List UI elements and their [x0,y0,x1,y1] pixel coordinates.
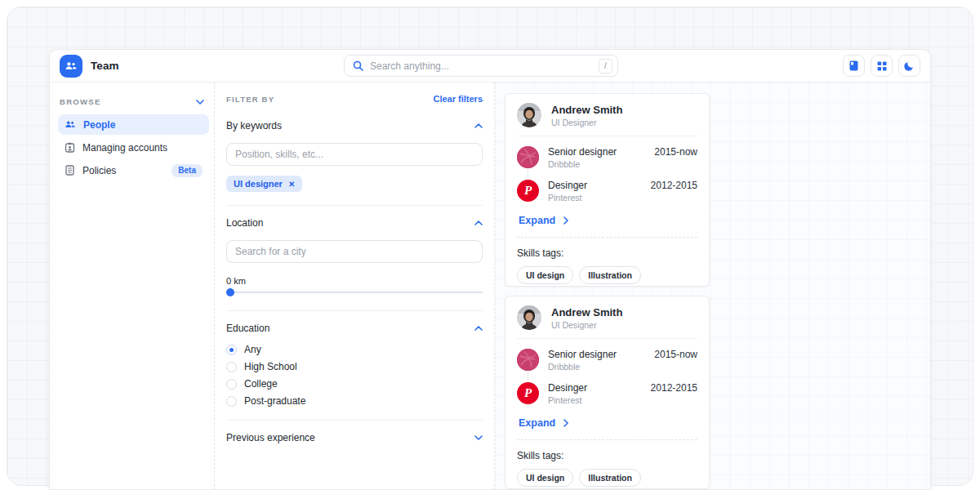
remove-tag-icon[interactable]: ✕ [288,180,295,189]
person-role: UI Designer [551,118,622,127]
chevron-up-icon[interactable] [474,123,483,128]
expand-button[interactable]: Expand [517,213,697,226]
filter-by-label: FILTER BY [226,95,274,104]
sidebar-item-policies[interactable]: Policies Beta [58,160,209,180]
notebook-button[interactable] [843,55,865,77]
dark-mode-toggle[interactable] [898,55,920,77]
position-period: 2012-2015 [651,382,697,394]
dribbble-icon [517,349,539,371]
clear-filters-button[interactable]: Clear filters [433,94,483,104]
notebook-icon [849,60,859,71]
radio-selected[interactable] [226,345,237,355]
skill-tag[interactable]: Illustration [579,266,641,284]
dashed-divider [517,237,697,238]
position-org: Dribbble [548,362,645,372]
experience-section-header[interactable]: Previous experience [226,432,483,443]
sidebar-item-label: Policies [82,165,116,176]
dashed-divider [517,439,697,440]
person-card: Andrew Smith UI Designer [505,296,710,489]
position-org: Pinterest [548,193,642,203]
results-area: Andrew Smith UI Designer [495,82,930,490]
position-title: Senior designer [548,146,645,158]
chevron-up-icon[interactable] [474,220,483,225]
radio-option-college[interactable]: College [226,378,483,390]
search-bar[interactable]: / [344,55,618,77]
experience-title: Previous experience [226,432,315,443]
search-input[interactable] [370,60,592,72]
person-role: UI Designer [551,320,622,330]
shortcut-key-badge: / [599,59,612,74]
expand-label: Expand [519,215,555,226]
radio-unselected[interactable] [226,362,237,372]
card-divider [517,338,697,339]
search-icon [353,60,363,71]
radio-unselected[interactable] [226,396,237,407]
city-search-input[interactable] [226,240,483,263]
location-section-header[interactable]: Location [226,217,483,229]
radio-label: Any [244,344,261,355]
skill-tag[interactable]: UI design [517,266,573,284]
position-org: Dribbble [548,159,645,169]
position-title: Senior designer [548,349,645,360]
radio-unselected[interactable] [226,379,237,390]
sidebar-item-label: People [83,119,115,131]
grid-icon [877,61,887,71]
page-background: Team / [0,0,980,490]
filter-panel: FILTER BY Clear filters By keywords UI d… [215,82,495,490]
keyword-tag-ui-designer[interactable]: UI designer ✕ [226,176,302,192]
chevron-up-icon[interactable] [474,326,483,331]
document-icon [65,165,75,176]
app-logo [60,55,82,78]
top-bar: Team / [50,50,930,82]
radio-option-post-graduate[interactable]: Post-graduate [226,395,483,407]
browse-label: BROWSE [60,97,101,106]
sidebar-item-people[interactable]: People [58,114,209,135]
card-divider [517,136,697,136]
browse-section-header[interactable]: BROWSE [58,92,209,114]
apps-grid-button[interactable] [871,55,893,77]
chevron-right-icon [564,419,568,427]
slider-track[interactable] [226,292,483,293]
slider-thumb[interactable] [226,288,234,296]
person-name: Andrew Smith [551,104,622,116]
skill-tag[interactable]: Illustration [579,469,641,487]
radio-option-high-school[interactable]: High School [226,361,483,372]
distance-slider[interactable] [226,287,483,297]
position-title: Desinger [548,180,642,191]
keyword-tag-label: UI designer [234,179,283,189]
radio-label: High School [244,361,297,372]
skills-label: Skills tags: [517,247,697,259]
keywords-title: By keywords [226,120,282,131]
keywords-input[interactable] [226,143,483,166]
person-card: Andrew Smith UI Designer [505,93,710,287]
expand-button[interactable]: Expand [517,416,697,429]
chevron-down-icon[interactable] [196,100,204,105]
chevron-right-icon [564,216,568,225]
location-title: Location [226,217,263,229]
education-section-header[interactable]: Education [226,323,483,334]
moon-icon [904,60,915,71]
timeline-entry: Senior designer Dribbble 2015-now [517,349,697,372]
position-title: Desinger [548,382,642,394]
expand-label: Expand [519,417,555,429]
pinterest-icon: P [517,382,539,404]
sidebar-item-managing-accounts[interactable]: Managing accounts [58,137,209,158]
timeline-entry: P Desinger Pinterest 2012-2015 [517,382,697,405]
section-divider [226,420,483,421]
app-window: Team / [49,49,931,490]
topbar-actions [843,55,920,77]
section-divider [226,205,483,206]
skill-tag[interactable]: UI design [517,469,573,487]
position-period: 2012-2015 [651,180,697,191]
radio-option-any[interactable]: Any [226,344,483,355]
avatar [517,305,541,330]
keywords-section-header[interactable]: By keywords [226,120,483,131]
experience-timeline: Senior designer Dribbble 2015-now P Desi… [517,146,697,203]
education-options: Any High School College Post-graduate [226,344,483,407]
chevron-down-icon[interactable] [474,435,483,440]
person-name: Andrew Smith [551,306,622,318]
skills-label: Skills tags: [517,450,697,461]
radio-label: Post-graduate [244,395,305,407]
page-title: Team [91,60,119,72]
timeline-entry: P Desinger Pinterest 2012-2015 [517,180,697,203]
